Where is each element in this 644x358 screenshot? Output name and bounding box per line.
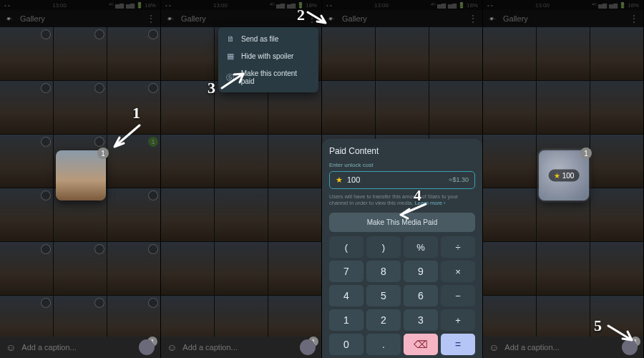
menu-send-as-file[interactable]: 🗎 Send as file [218,30,318,47]
photo-cell[interactable] [483,188,536,241]
key-minus[interactable]: − [441,285,475,306]
key-6[interactable]: 6 [404,285,438,306]
photo-cell[interactable] [0,27,53,80]
key-1[interactable]: 1 [329,309,364,331]
select-circle[interactable] [41,190,51,200]
photo-cell[interactable] [590,135,643,188]
make-paid-button[interactable]: Make This Media Paid [329,213,475,232]
photo-cell[interactable] [107,27,160,80]
photo-cell[interactable] [268,188,321,241]
select-circle[interactable] [41,298,51,308]
photo-cell[interactable] [590,242,643,295]
photo-cell[interactable] [537,27,590,80]
more-icon[interactable]: ⋮ [468,13,478,24]
select-circle[interactable] [94,244,104,254]
photo-cell[interactable] [161,135,214,188]
photo-cell[interactable] [268,242,321,295]
photo-cell[interactable] [483,27,536,80]
back-icon[interactable]: ← [487,13,497,24]
select-circle[interactable] [94,29,104,39]
key-multiply[interactable]: × [441,261,475,282]
back-icon[interactable]: ← [326,13,336,24]
send-button[interactable] [139,339,155,355]
photo-cell[interactable] [0,81,53,134]
send-button[interactable] [622,339,638,355]
photo-cell[interactable] [429,81,482,134]
photo-cell[interactable] [161,188,214,241]
photo-cell[interactable] [483,135,536,188]
photo-cell[interactable] [215,135,268,188]
photo-cell[interactable] [0,188,53,241]
select-circle[interactable] [41,137,51,147]
gallery-title[interactable]: Gallery [342,14,468,23]
photo-cell[interactable] [107,81,160,134]
photo-cell[interactable] [590,188,643,241]
key-7[interactable]: 7 [329,261,364,282]
photo-cell[interactable] [161,81,214,134]
back-icon[interactable]: ← [165,13,175,24]
select-circle[interactable] [41,83,51,93]
photo-cell[interactable] [537,81,590,134]
select-circle[interactable] [94,298,104,308]
photo-cell[interactable] [215,188,268,241]
key-plus[interactable]: + [441,309,475,331]
photo-cell[interactable] [0,242,53,295]
key-dot[interactable]: . [366,334,401,355]
emoji-icon[interactable]: ☺ [6,342,16,353]
photo-cell[interactable] [590,27,643,80]
photo-cell[interactable] [537,242,590,295]
photo-cell[interactable] [0,135,53,188]
photo-cell[interactable] [54,242,107,295]
key-3[interactable]: 3 [404,309,438,331]
select-circle[interactable] [148,244,158,254]
select-circle[interactable] [41,244,51,254]
learn-more-link[interactable]: Learn more › [415,200,446,206]
menu-make-paid[interactable]: Ⓢ Make this content paid [218,65,318,90]
menu-hide-with-spoiler[interactable]: ▦ Hide with spoiler [218,47,318,65]
select-circle[interactable] [148,83,158,93]
gallery-title[interactable]: Gallery [20,14,146,23]
photo-cell[interactable] [268,135,321,188]
photo-cell[interactable] [322,81,375,134]
select-circle[interactable] [148,29,158,39]
gallery-title[interactable]: Gallery [181,14,307,23]
photo-cell[interactable] [483,242,536,295]
photo-cell[interactable] [376,27,429,80]
key-8[interactable]: 8 [366,261,401,282]
caption-input[interactable]: Add a caption... [21,343,133,352]
send-button[interactable] [300,339,316,355]
select-circle[interactable] [148,190,158,200]
unlock-cost-field[interactable]: ★ 100 ≈$1.30 [329,171,475,189]
more-icon[interactable]: ⋮ [146,13,156,24]
key-paren-open[interactable]: ( [329,236,364,258]
key-backspace[interactable]: ⌫ [404,334,438,355]
photo-cell[interactable] [483,81,536,134]
photo-cell-selected[interactable]: 1 [107,135,160,188]
key-2[interactable]: 2 [366,309,401,331]
caption-input[interactable]: Add a caption... [504,343,616,352]
emoji-icon[interactable]: ☺ [489,342,499,353]
emoji-icon[interactable]: ☺ [167,342,177,353]
back-icon[interactable]: ← [4,13,14,24]
key-4[interactable]: 4 [329,285,364,306]
photo-cell[interactable] [54,27,107,80]
selected-thumbnail[interactable]: 1 [56,150,106,200]
photo-cell[interactable] [107,188,160,241]
gallery-title[interactable]: Gallery [503,14,629,23]
key-0[interactable]: 0 [329,334,364,355]
photo-cell[interactable] [107,242,160,295]
key-5[interactable]: 5 [366,285,401,306]
key-equals[interactable]: = [441,334,475,355]
photo-cell[interactable] [429,27,482,80]
photo-cell[interactable] [161,27,214,80]
photo-cell[interactable] [161,242,214,295]
paid-thumbnail[interactable]: 1 ★ 100 [539,150,589,200]
photo-cell[interactable] [54,81,107,134]
select-circle[interactable] [41,29,51,39]
photo-cell[interactable] [376,81,429,134]
key-9[interactable]: 9 [404,261,438,282]
photo-cell[interactable] [590,81,643,134]
select-circle[interactable] [94,137,104,147]
key-paren-close[interactable]: ) [366,236,401,258]
select-circle[interactable]: 1 [148,137,158,147]
